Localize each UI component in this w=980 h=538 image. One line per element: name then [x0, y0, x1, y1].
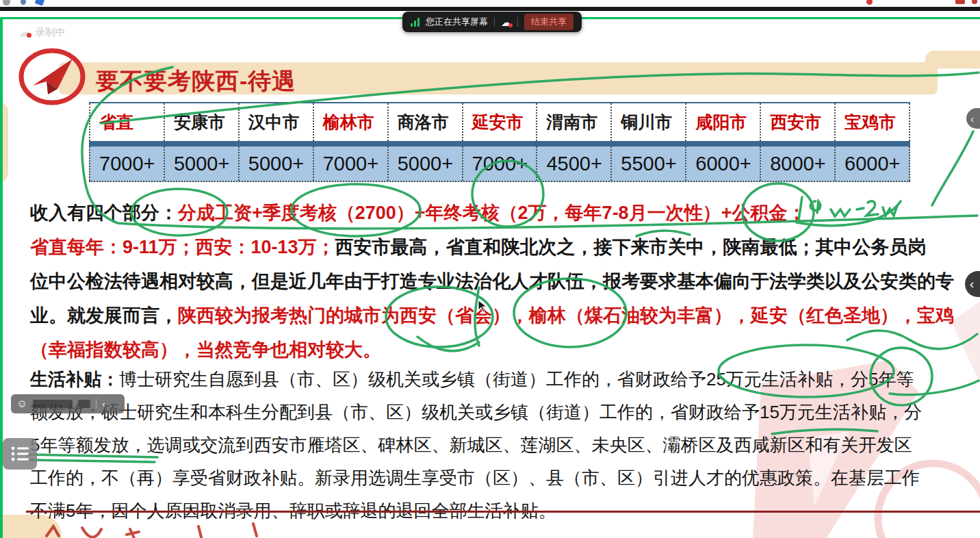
- table-header-cell: 商洛市: [389, 103, 463, 141]
- subsidy-line-2: 额发放；硕士研究生和本科生分配到县（市、区）级机关或乡镇（街道）工作的，省财政给…: [30, 396, 980, 428]
- table-value-cell: 5000+: [240, 146, 314, 181]
- subsidy-line-3: 5年等额发放，选调或交流到西安市雁塔区、碑林区、新城区、莲湖区、未央区、灞桥区及…: [30, 428, 980, 461]
- toolbar-divider: [494, 17, 495, 27]
- browser-top-strip: [0, 0, 980, 7]
- chevron-left-icon[interactable]: ‹: [102, 399, 105, 409]
- income-line-3: 位中公检法待遇相对较高，但是近几年由于打造专业法治化人才队伍，报考要求基本偏向于…: [30, 264, 980, 298]
- signal-bars-icon: [411, 17, 420, 27]
- table-value-cell: 7000+: [89, 146, 165, 181]
- table-header-cell: 咸阳市: [686, 103, 761, 141]
- table-header-cell: 省直: [89, 103, 165, 141]
- cloud-recording-icon[interactable]: ☁: [501, 17, 511, 27]
- income-paragraph: 收入有四个部分：分成工资+季度考核（2700）+年终考核（2万，每年7-8月一次…: [30, 196, 980, 367]
- subsidy-paragraph: 生活补贴：博士研究生自愿到县（市、区）级机关或乡镇（街道）工作的，省财政给予25…: [30, 363, 980, 527]
- decor-pill-top-right: [925, 51, 980, 68]
- pill-divider: [96, 399, 96, 409]
- income-line-2: 省直每年：9-11万；西安：10-13万；西安市最高，省直和陕北次之，接下来市关…: [30, 230, 980, 264]
- table-value-cell: 5000+: [165, 146, 240, 181]
- paper-plane-browser-icon: [35, 0, 45, 6]
- table-value-cell: 5000+: [389, 146, 463, 181]
- window-divider-bar: [0, 7, 980, 11]
- table-header-cell: 汉中市: [240, 103, 314, 141]
- chat-overlay-pill[interactable]: ☺ ‹: [11, 394, 125, 413]
- income-line-5: （幸福指数较高），当然竞争也相对较大。: [30, 333, 980, 367]
- table-value-cell: 8000+: [761, 146, 836, 181]
- table-value-cell: 7000+: [314, 146, 389, 181]
- screen-share-toolbar: 您正在共享屏幕 ☁ 结束共享: [402, 12, 582, 32]
- collapse-panel-button[interactable]: ‹: [966, 108, 980, 129]
- table-header-cell: 延安市: [463, 103, 538, 141]
- illegible-label: [33, 400, 73, 408]
- agenda-list-button[interactable]: [3, 438, 37, 470]
- table-header-cell: 榆林市: [314, 103, 389, 141]
- income-line-4: 业。就发展而言，陕西较为报考热门的城市为西安（省会），榆林（煤石油较为丰富），延…: [30, 298, 980, 333]
- list-icon: [10, 445, 29, 463]
- table-value-cell: 5500+: [612, 146, 686, 181]
- page-title: 要不要考陕西-待遇: [96, 66, 296, 97]
- cloud-record-icon: ☁: [19, 27, 31, 38]
- table-header-cell: 铜川市: [612, 103, 686, 141]
- subsidy-line-4: 工作的，不（再）享受省财政补贴。新录用选调生享受市（区）、县（市、区）引进人才的…: [30, 461, 980, 494]
- browser-icon: [866, 0, 873, 5]
- table-header-cell: 西安市: [761, 103, 836, 141]
- table-value-cell: 6000+: [686, 146, 761, 181]
- table-divider-bar: [89, 141, 910, 146]
- table-header-cell: 安康市: [165, 103, 240, 141]
- share-status-text: 您正在共享屏幕: [426, 16, 488, 28]
- browser-icon: [21, 0, 26, 5]
- chevron-left-icon: ‹: [970, 277, 974, 292]
- table-value-row: 7000+ 5000+ 5000+ 7000+ 5000+ 7000+ 4500…: [89, 146, 910, 182]
- subsidy-line-1: 生活补贴：博士研究生自愿到县（市、区）级机关或乡镇（街道）工作的，省财政给予25…: [30, 363, 980, 396]
- toolbar-divider: [517, 17, 518, 27]
- table-value-cell: 6000+: [836, 146, 910, 181]
- red-divider-line: [26, 511, 980, 513]
- smiley-icon[interactable]: ☺: [16, 398, 27, 409]
- salary-table: 省直 安康市 汉中市 榆林市 商洛市 延安市 渭南市 铜川市 咸阳市 西安市 宝…: [89, 102, 910, 182]
- recording-indicator: ☁ 录制中: [19, 26, 66, 39]
- browser-icon: [3, 0, 10, 5]
- illegible-label: [78, 400, 90, 408]
- end-share-button[interactable]: 结束共享: [524, 14, 573, 30]
- table-header-cell: 宝鸡市: [836, 103, 910, 141]
- recording-label: 录制中: [35, 26, 66, 39]
- table-header-cell: 渭南市: [537, 103, 612, 141]
- income-line-1: 收入有四个部分：分成工资+季度考核（2700）+年终考核（2万，每年7-8月一次…: [30, 196, 980, 230]
- paper-plane-logo: [18, 48, 86, 107]
- chevron-left-icon: ‹: [970, 113, 974, 125]
- browser-icon: [972, 0, 977, 4]
- table-value-cell: 7000+: [463, 146, 538, 181]
- browser-icon: [955, 0, 965, 4]
- table-value-cell: 4500+: [537, 146, 612, 181]
- table-header-row: 省直 安康市 汉中市 榆林市 商洛市 延安市 渭南市 铜川市 咸阳市 西安市 宝…: [89, 102, 910, 141]
